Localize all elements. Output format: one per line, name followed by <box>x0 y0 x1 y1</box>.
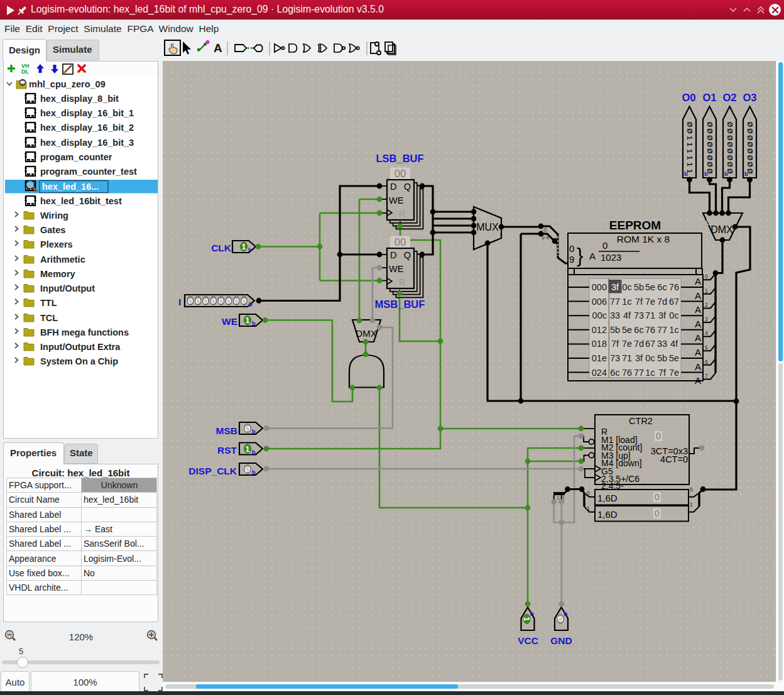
svg-text:5b: 5b <box>657 353 667 363</box>
svg-text:Ø: Ø <box>195 297 201 305</box>
svg-text:program_counter_test: program_counter_test <box>40 167 137 177</box>
svg-text:Plexers: Plexers <box>40 239 73 249</box>
svg-text:1: 1 <box>587 505 590 512</box>
svg-text:Ø: Ø <box>245 466 251 473</box>
svg-text:WE: WE <box>389 264 404 274</box>
svg-text:0c: 0c <box>669 310 678 320</box>
svg-text:A: A <box>695 319 701 329</box>
svg-text:MUX: MUX <box>476 222 499 233</box>
svg-text:WE: WE <box>222 316 237 327</box>
svg-text:Wiring: Wiring <box>40 211 68 221</box>
svg-text:4CT=0: 4CT=0 <box>660 454 688 464</box>
svg-text:b: b <box>252 320 256 327</box>
svg-text:6c: 6c <box>610 368 619 378</box>
svg-text:Ø: Ø <box>726 128 734 134</box>
svg-text:A: A <box>695 276 701 287</box>
svg-text:A: A <box>695 347 701 358</box>
svg-text:5e: 5e <box>669 353 679 363</box>
svg-text:1: 1 <box>686 156 694 160</box>
svg-text:Memory: Memory <box>40 269 75 279</box>
svg-text:Input/Output: Input/Output <box>40 283 95 293</box>
svg-text:Ø: Ø <box>706 148 714 154</box>
svg-text:b: b <box>724 170 728 177</box>
svg-text:hex_display_16_bit_1: hex_display_16_bit_1 <box>40 108 134 118</box>
svg-text:Ø: Ø <box>726 142 734 148</box>
svg-text:Ø: Ø <box>241 297 247 305</box>
svg-text:Ø: Ø <box>726 161 734 167</box>
svg-text:A: A <box>695 332 701 343</box>
svg-text:A: A <box>589 251 596 261</box>
svg-text:0: 0 <box>602 240 607 251</box>
svg-text:6c: 6c <box>657 282 667 292</box>
svg-text:2: 2 <box>705 302 708 308</box>
svg-text:b: b <box>564 610 568 617</box>
svg-text:R: R <box>399 209 405 219</box>
svg-text:WE: WE <box>389 195 404 205</box>
svg-text:CLK: CLK <box>211 243 232 253</box>
svg-text:7f: 7f <box>611 339 619 349</box>
svg-text:Ø: Ø <box>188 297 193 305</box>
svg-text:MSB: MSB <box>216 425 237 436</box>
svg-text:}: } <box>577 244 583 266</box>
svg-text:Ø: Ø <box>726 155 734 161</box>
svg-text:Ø: Ø <box>746 135 754 141</box>
svg-text:b: b <box>248 246 252 253</box>
svg-text:EEPROM: EEPROM <box>609 219 661 232</box>
svg-text:67: 67 <box>669 297 679 307</box>
svg-text:73: 73 <box>610 353 620 363</box>
svg-text:76: 76 <box>645 325 655 335</box>
svg-text:Arithmetic: Arithmetic <box>40 254 85 265</box>
svg-text:4f: 4f <box>670 339 678 349</box>
svg-text:b: b <box>252 449 256 456</box>
svg-text:9: 9 <box>569 254 574 265</box>
svg-text:33: 33 <box>657 339 667 349</box>
svg-text:Ø: Ø <box>210 297 216 305</box>
svg-text:0: 0 <box>569 243 574 254</box>
svg-text:3f: 3f <box>658 310 667 320</box>
svg-text:0: 0 <box>706 217 711 227</box>
svg-text:0: 0 <box>481 213 486 223</box>
svg-text:7e: 7e <box>669 368 679 378</box>
svg-text:0c: 0c <box>645 353 655 363</box>
svg-text:A: A <box>695 375 701 386</box>
svg-text:67: 67 <box>645 339 655 349</box>
svg-text:Ø: Ø <box>726 135 734 141</box>
svg-text:5e: 5e <box>622 325 632 335</box>
svg-text:Ø: Ø <box>226 297 232 305</box>
svg-text:LSB_BUF: LSB_BUF <box>376 153 423 164</box>
svg-text:D: D <box>390 182 396 192</box>
svg-text:Ø: Ø <box>746 155 754 161</box>
svg-text:6c: 6c <box>634 325 643 335</box>
svg-text:5b: 5b <box>610 325 620 335</box>
svg-text:1: 1 <box>690 501 693 508</box>
svg-text:1: 1 <box>705 288 708 294</box>
svg-text:7d: 7d <box>634 339 644 349</box>
svg-text:I: I <box>178 297 181 307</box>
svg-text:b: b <box>684 170 688 177</box>
svg-text:1,6D: 1,6D <box>597 493 618 503</box>
svg-text:Q: Q <box>404 250 411 260</box>
svg-text:0: 0 <box>587 490 590 496</box>
svg-text:Ø: Ø <box>245 425 251 432</box>
svg-text:R: R <box>399 277 405 287</box>
svg-text:A: A <box>695 290 701 301</box>
svg-text:Ø: Ø <box>726 122 734 128</box>
svg-text:GND: GND <box>550 635 572 646</box>
svg-text:DL: DL <box>21 68 29 75</box>
svg-text:3f: 3f <box>635 353 643 363</box>
svg-text:O1: O1 <box>702 92 716 103</box>
svg-text:CTR2: CTR2 <box>629 416 653 426</box>
svg-text:76: 76 <box>669 282 679 292</box>
svg-text:Ø: Ø <box>706 161 714 167</box>
svg-text:Ø: Ø <box>686 122 694 128</box>
svg-text:Ø: Ø <box>557 616 564 622</box>
svg-text:00c: 00c <box>592 310 607 320</box>
svg-text:0: 0 <box>356 323 361 332</box>
svg-text:7e: 7e <box>622 339 632 349</box>
svg-text:7d: 7d <box>657 297 667 307</box>
svg-text:1,6D: 1,6D <box>597 509 618 520</box>
svg-text:b: b <box>252 469 256 476</box>
svg-text:7f: 7f <box>635 297 643 307</box>
svg-text:00: 00 <box>395 168 406 179</box>
svg-text:73: 73 <box>634 310 644 320</box>
